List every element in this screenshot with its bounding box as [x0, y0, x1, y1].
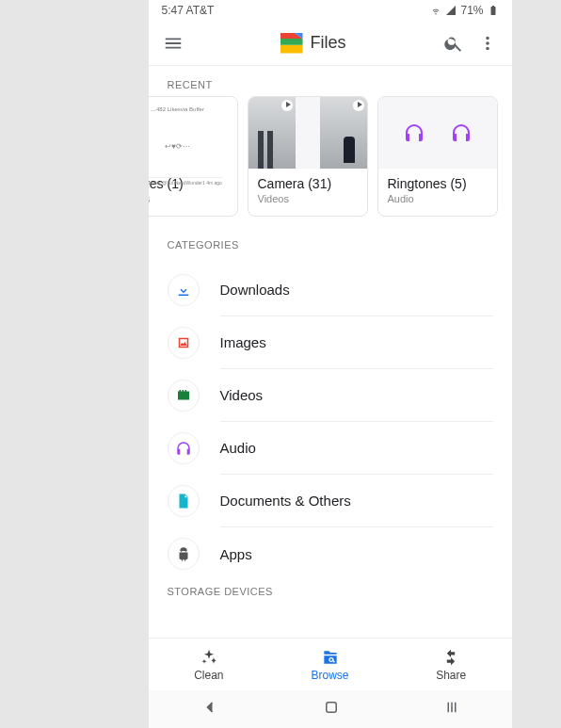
tab-clean[interactable]: Clean — [149, 639, 270, 690]
audio-thumb — [378, 97, 497, 169]
tab-label: Share — [436, 669, 466, 682]
search-icon — [443, 33, 464, 54]
files-logo-icon — [280, 33, 303, 54]
wifi-icon — [430, 5, 441, 16]
category-label: Images — [220, 316, 493, 369]
tab-share[interactable]: Share — [391, 639, 512, 690]
signal-icon — [445, 5, 457, 16]
sys-home-button[interactable] — [323, 699, 340, 720]
section-recent: RECENT — [149, 66, 512, 96]
share-icon — [441, 648, 460, 667]
browse-icon — [321, 648, 340, 667]
pictures-thumb: ⋯482 Likesvia Buffer ↩♥⟳⋯ sand Wonder @Y… — [149, 97, 237, 169]
main-scroll[interactable]: RECENT ⋯482 Likesvia Buffer ↩♥⟳⋯ sand Wo… — [149, 66, 512, 638]
card-title: Ringtones (5) — [388, 176, 488, 191]
status-time: 5:47 — [162, 4, 184, 17]
category-downloads[interactable]: Downloads — [149, 264, 512, 316]
status-carrier: AT&T — [186, 4, 215, 17]
categories-list: Downloads Images Videos Audio Documents … — [149, 256, 512, 580]
menu-button[interactable] — [160, 30, 186, 57]
card-subtitle: Videos — [258, 193, 358, 204]
category-audio[interactable]: Audio — [149, 422, 512, 475]
svg-rect-0 — [326, 703, 336, 713]
section-categories: CATEGORIES — [149, 226, 512, 256]
search-button[interactable] — [441, 30, 467, 57]
section-storage: STORAGE DEVICES — [149, 580, 512, 603]
recent-cards[interactable]: ⋯482 Likesvia Buffer ↩♥⟳⋯ sand Wonder @Y… — [149, 96, 512, 226]
category-label: Downloads — [220, 264, 493, 316]
category-documents[interactable]: Documents & Others — [149, 475, 512, 527]
battery-icon — [488, 5, 499, 16]
sys-recents-button[interactable] — [443, 699, 460, 720]
status-battery: 71% — [460, 4, 483, 17]
app-title: Files — [280, 33, 346, 54]
category-images[interactable]: Images — [149, 316, 512, 369]
headphones-icon — [450, 121, 473, 144]
tab-label: Clean — [194, 669, 223, 682]
app-bar: Files — [149, 21, 512, 66]
category-apps[interactable]: Apps — [149, 527, 512, 580]
category-label: Audio — [220, 422, 493, 475]
app-title-text: Files — [311, 33, 346, 53]
image-icon — [168, 327, 200, 359]
headphones-icon — [168, 432, 200, 464]
bars-icon — [443, 699, 460, 716]
hamburger-icon — [163, 33, 184, 54]
card-title: Camera (31) — [258, 176, 358, 191]
download-icon — [168, 274, 200, 306]
headphones-icon — [403, 121, 425, 144]
status-right: 71% — [430, 4, 498, 17]
system-nav-bar — [149, 690, 512, 728]
category-videos[interactable]: Videos — [149, 369, 512, 422]
video-icon — [168, 380, 200, 412]
status-left: 5:47 AT&T — [162, 4, 215, 17]
camera-thumb — [248, 97, 367, 169]
document-icon — [168, 485, 200, 517]
bottom-nav: Clean Browse Share — [149, 638, 512, 690]
sys-back-button[interactable] — [200, 698, 219, 720]
more-vert-icon — [477, 33, 498, 54]
sparkle-icon — [200, 648, 218, 667]
category-label: Videos — [220, 369, 493, 422]
tab-browse[interactable]: Browse — [269, 639, 391, 690]
card-subtitle: ages — [149, 193, 228, 204]
chevron-left-icon — [200, 698, 219, 717]
category-label: Apps — [220, 527, 493, 580]
tab-label: Browse — [312, 669, 349, 682]
android-icon — [168, 538, 200, 570]
phone-frame: 5:47 AT&T 71% Files RECENT — [149, 0, 512, 728]
status-bar: 5:47 AT&T 71% — [149, 0, 512, 21]
category-label: Documents & Others — [220, 475, 493, 527]
recent-card-ringtones[interactable]: Ringtones (5) Audio — [377, 96, 498, 217]
recent-card-pictures[interactable]: ⋯482 Likesvia Buffer ↩♥⟳⋯ sand Wonder @Y… — [149, 96, 238, 217]
square-icon — [323, 699, 340, 716]
recent-card-camera[interactable]: Camera (31) Videos — [248, 96, 368, 217]
card-subtitle: Audio — [388, 193, 488, 204]
more-button[interactable] — [474, 30, 501, 57]
